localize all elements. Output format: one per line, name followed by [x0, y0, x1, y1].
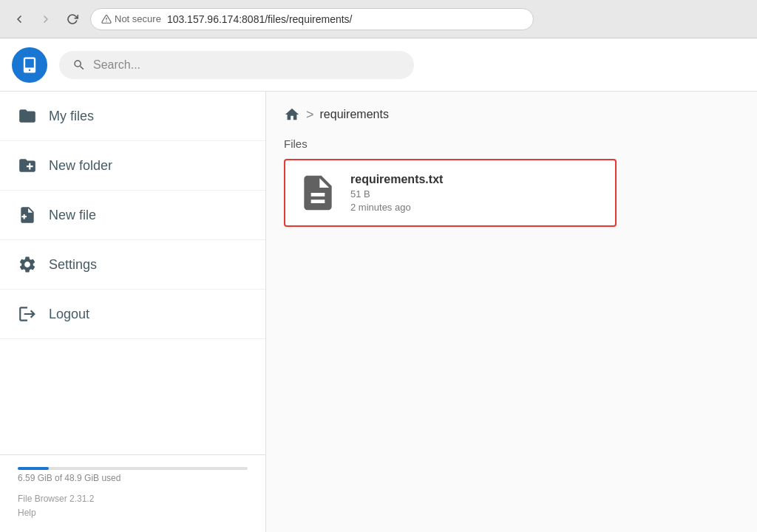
sidebar-item-new-file-label: New file: [49, 208, 96, 223]
browser-chrome: Not secure 103.157.96.174:8081/files/req…: [0, 0, 757, 38]
file-name: requirements.txt: [350, 173, 443, 186]
file-area: > requirements Files requirements.txt 51…: [266, 92, 757, 532]
version-info: File Browser 2.31.2 Help: [18, 492, 248, 520]
settings-icon: [18, 255, 37, 274]
file-modified: 2 minutes ago: [350, 202, 443, 213]
folder-icon: [18, 106, 37, 126]
home-icon[interactable]: [284, 106, 300, 123]
file-details: requirements.txt 51 B 2 minutes ago: [350, 173, 443, 213]
nav-buttons: [9, 9, 83, 30]
search-placeholder: Search...: [93, 58, 140, 72]
sidebar-item-my-files[interactable]: My files: [0, 92, 265, 141]
breadcrumb: > requirements: [284, 106, 739, 123]
new-folder-icon: [18, 156, 37, 175]
breadcrumb-current: requirements: [320, 108, 389, 121]
app-logo: [12, 47, 47, 83]
sidebar-item-settings[interactable]: Settings: [0, 240, 265, 290]
not-secure-indicator: Not secure: [101, 13, 161, 24]
sidebar-item-new-folder[interactable]: New folder: [0, 141, 265, 191]
sidebar-item-new-folder-label: New folder: [49, 158, 112, 174]
sidebar-item-logout[interactable]: Logout: [0, 290, 265, 339]
app-container: Search... My files New folder: [0, 38, 757, 532]
back-button[interactable]: [9, 9, 30, 30]
not-secure-label: Not secure: [115, 13, 161, 24]
new-file-icon: [18, 205, 37, 225]
files-label: Files: [284, 137, 739, 150]
logo-icon: [19, 55, 40, 75]
file-card[interactable]: requirements.txt 51 B 2 minutes ago: [284, 159, 617, 227]
storage-bar-fill: [18, 467, 49, 470]
storage-bar-track: [18, 467, 248, 470]
storage-bar: 6.59 GiB of 48.9 GiB used: [18, 467, 248, 483]
version-label: File Browser 2.31.2: [18, 492, 248, 506]
sidebar-item-new-file[interactable]: New file: [0, 191, 265, 240]
sidebar-footer: 6.59 GiB of 48.9 GiB used File Browser 2…: [0, 454, 265, 532]
sidebar: My files New folder New file Settings: [0, 92, 266, 532]
sidebar-item-my-files-label: My files: [49, 109, 94, 124]
storage-text: 6.59 GiB of 48.9 GiB used: [18, 473, 248, 483]
logout-icon: [18, 304, 37, 324]
top-bar: Search...: [0, 38, 757, 92]
search-bar[interactable]: Search...: [59, 51, 414, 79]
forward-button[interactable]: [35, 9, 56, 30]
main-content: My files New folder New file Settings: [0, 92, 757, 532]
address-url: 103.157.96.174:8081/files/requirements/: [167, 13, 353, 25]
file-size: 51 B: [350, 188, 443, 200]
search-icon: [72, 58, 86, 72]
sidebar-item-logout-label: Logout: [49, 307, 89, 322]
reload-button[interactable]: [62, 9, 83, 30]
address-bar[interactable]: Not secure 103.157.96.174:8081/files/req…: [90, 8, 534, 30]
file-icon: [297, 172, 339, 214]
sidebar-item-settings-label: Settings: [49, 257, 97, 273]
breadcrumb-separator: >: [306, 107, 314, 123]
help-link[interactable]: Help: [18, 508, 36, 518]
